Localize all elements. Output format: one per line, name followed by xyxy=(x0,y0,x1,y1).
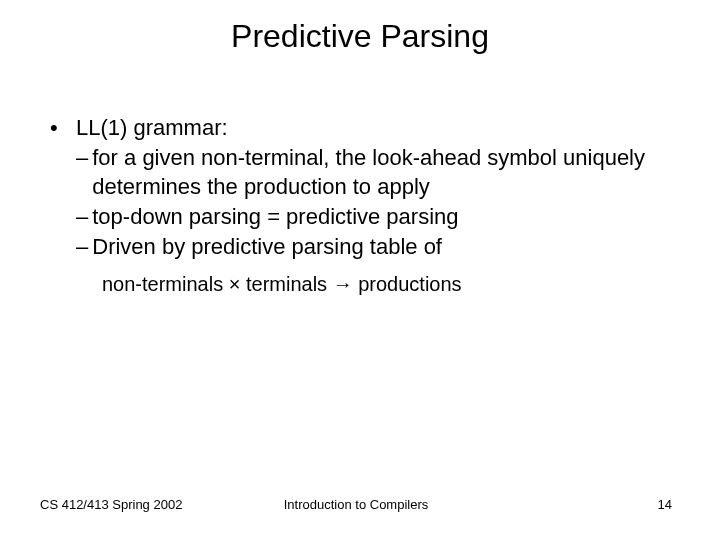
dash-marker: – xyxy=(76,202,92,232)
footer-title: Introduction to Compilers xyxy=(251,497,462,512)
footer-page-number: 14 xyxy=(461,497,672,512)
sub-bullet-text: Driven by predictive parsing table of xyxy=(92,232,680,262)
slide-footer: CS 412/413 Spring 2002 Introduction to C… xyxy=(0,497,720,512)
dash-marker: – xyxy=(76,143,92,173)
bullet-label: LL(1) grammar: xyxy=(76,113,680,143)
formula-line: non-terminals × terminals → productions xyxy=(50,261,680,298)
slide-title: Predictive Parsing xyxy=(0,0,720,63)
footer-course: CS 412/413 Spring 2002 xyxy=(40,497,251,512)
sub-bullet-text: top-down parsing = predictive parsing xyxy=(92,202,680,232)
bullet-marker: • xyxy=(50,113,76,143)
sub-bullet-item: – for a given non-terminal, the look-ahe… xyxy=(50,143,680,202)
slide: Predictive Parsing • LL(1) grammar: – fo… xyxy=(0,0,720,540)
sub-bullet-text: for a given non-terminal, the look-ahead… xyxy=(92,143,680,202)
slide-content: • LL(1) grammar: – for a given non-termi… xyxy=(0,63,720,298)
bullet-item: • LL(1) grammar: xyxy=(50,113,680,143)
sub-bullet-item: – Driven by predictive parsing table of xyxy=(50,232,680,262)
dash-marker: – xyxy=(76,232,92,262)
sub-bullet-item: – top-down parsing = predictive parsing xyxy=(50,202,680,232)
